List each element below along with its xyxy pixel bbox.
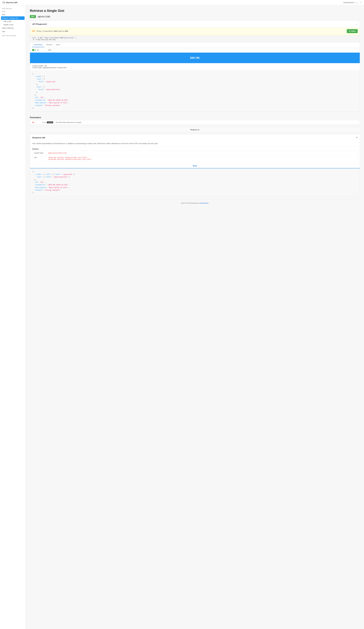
sidebar-item-gists-collection[interactable]: Gists Collection	[0, 26, 26, 30]
method-badge: GET	[30, 15, 36, 18]
json-line: },	[33, 94, 357, 96]
tab-body[interactable]: Body	[54, 42, 62, 47]
chevron-down-icon: ▾	[354, 1, 355, 3]
param-name: id	[32, 121, 42, 123]
send-icon: ➤	[349, 30, 351, 32]
response-headers-info: Content-Length : 246 Content-Type : appl…	[30, 63, 360, 70]
footer-text: Gist Fox API powered by	[181, 202, 200, 204]
header-value-content-type: application/hal+json	[46, 151, 358, 155]
json-line: "id": "42",	[33, 96, 357, 99]
response-header[interactable]: Response 200 ▾	[30, 134, 360, 141]
json-line: "content": "String contents"	[33, 189, 357, 191]
sidebar-section-root: GIST FOX API ROOT	[0, 33, 26, 37]
search-icon[interactable]: ⌕	[357, 1, 358, 4]
param-id-label: id	[37, 49, 47, 51]
app-title: Gist Fox API	[6, 1, 17, 3]
theme-icon[interactable]: ☽	[360, 1, 362, 4]
param-row: id	[30, 47, 360, 53]
content-type-header: Content-Type : application/hal+json; cha…	[32, 67, 358, 69]
headers-inner: Content-Type application/hal+json Link <…	[32, 151, 358, 162]
monitor-icon	[2, 2, 5, 3]
json-line: }	[33, 107, 357, 109]
url-bold: 123	[65, 30, 68, 32]
sidebar-item-retrieve-gist[interactable]: Retrieve a Single Gist	[1, 16, 25, 20]
json-line: "self": {	[33, 78, 357, 80]
parameters-title: Parameters	[30, 114, 360, 120]
json-line: "created_at": "2014-04-14T02:15:15Z",	[33, 99, 357, 101]
json-line: {	[33, 73, 357, 75]
env-label: Development	[343, 1, 353, 3]
top-bar: Gist Fox API Development ▾ ⌕ ☽	[0, 0, 364, 5]
parameters-section: Parameters id string required ID of the …	[30, 114, 360, 125]
param-description: ID of the Gist in the form of a hash.	[56, 121, 358, 123]
json-line: "_links": { "self": { "href": "/gists/42…	[33, 173, 357, 176]
body-tab[interactable]: Body	[30, 163, 360, 168]
playground-response-json: { "_links": { "self": { "href": "/gists/…	[30, 70, 360, 111]
json-line: },	[33, 178, 357, 181]
sidebar-section-gist: GIST	[0, 10, 26, 13]
header-value-link: <http:api.gistfox.com/gists/42>;rel="sel…	[46, 155, 358, 161]
curl-line1: curl -X GET 'http://localhost:8087/gists…	[32, 37, 358, 39]
api-playground-card: API Playground ⌵ GET http://localhost:80…	[30, 21, 360, 112]
response-code: Response 200	[32, 137, 45, 139]
header-name-link: Link	[32, 155, 46, 161]
json-line: "content": "String contents"	[33, 104, 357, 107]
main-content: Retrieve a Single Gist GET /gists/{id} A…	[26, 5, 364, 629]
send-button[interactable]: ➤ Send	[347, 29, 358, 33]
param-toggle[interactable]	[32, 49, 37, 51]
sidebar-item-delete-gist[interactable]: Delete a Gist	[0, 23, 26, 26]
top-bar-left: Gist Fox API	[2, 1, 17, 3]
env-selector[interactable]: Development ▾	[343, 1, 355, 3]
table-row: id string required ID of the Gist in the…	[30, 120, 360, 125]
param-type: string	[42, 122, 46, 123]
sidebar-item-star[interactable]: Star	[0, 30, 26, 33]
json-line: {	[33, 170, 357, 173]
json-line: "_links": {	[33, 75, 357, 78]
status-bar: 200 OK	[30, 53, 360, 63]
header-name-content-type: Content-Type	[32, 151, 46, 155]
json-line: }	[33, 191, 357, 194]
param-id-input[interactable]	[47, 48, 358, 52]
playground-header[interactable]: API Playground ⌵	[30, 21, 360, 27]
send-label: Send	[351, 30, 355, 32]
url-method: GET	[32, 30, 35, 32]
headers-row-content-type: Content-Type application/hal+json	[32, 151, 358, 155]
sidebar-item-gist[interactable]: Gist	[0, 13, 26, 16]
tab-headers[interactable]: Headers	[44, 42, 54, 47]
playground-title: API Playground	[32, 23, 47, 25]
json-line: "href": "/gists/42/star"	[33, 88, 357, 91]
request-label: Request #1	[30, 127, 360, 132]
body-json: { "_links": { "self": { "href": "/gists/…	[30, 168, 360, 196]
sidebar-item-edit-gist[interactable]: Edit a Gist	[0, 20, 26, 23]
status-text: 200 OK	[190, 56, 200, 59]
sidebar-section-gist-fox-api: GIST FOX API	[0, 7, 26, 10]
chevron-down-icon: ⌵	[356, 22, 358, 25]
json-line: "star": { "href": "/gists/42/star" }	[33, 176, 357, 178]
curl-line2: -H 'X-Api-Key:api-dev-key'	[32, 39, 358, 40]
top-bar-right: Development ▾ ⌕ ☽	[343, 1, 362, 4]
tab-parameters[interactable]: Parameters	[32, 42, 44, 47]
json-line: "star": {	[33, 86, 357, 88]
footer: Gist Fox API powered by Snowboard.	[30, 199, 360, 207]
method-path: /gists/{id}	[37, 15, 50, 18]
params-table: id string required ID of the Gist in the…	[30, 120, 360, 125]
url-text: http://localhost:8087/gists/123	[37, 30, 346, 32]
response-headers-table: Headers Content-Type application/hal+jso…	[30, 147, 360, 162]
curl-block: curl -X GET 'http://localhost:8087/gists…	[30, 35, 360, 42]
headers-row-link: Link <http:api.gistfox.com/gists/42>;rel…	[32, 155, 358, 161]
chevron-down-icon: ▾	[356, 136, 358, 139]
json-line: "id": "42",	[33, 181, 357, 183]
page-title: Retrieve a Single Gist	[30, 9, 360, 13]
json-line: "href": "/gists/42"	[33, 80, 357, 83]
url-bar: GET http://localhost:8087/gists/123 ➤ Se…	[30, 27, 360, 35]
headers-table-title: Headers	[30, 147, 360, 151]
json-line: "created_at": "2014-04-14T02:15:15Z",	[33, 183, 357, 186]
footer-link[interactable]: Snowboard.	[200, 202, 209, 204]
json-line: },	[33, 83, 357, 86]
response-section: Response 200 ▾ HAL+JSON representation o…	[30, 134, 360, 196]
toggle-on[interactable]	[32, 49, 36, 51]
json-line: "description": "Description of Gist",	[33, 186, 357, 189]
content-length-header: Content-Length : 246	[32, 65, 358, 67]
method-bar: GET /gists/{id}	[30, 15, 360, 18]
url-base: http://localhost:8087/gists/	[37, 30, 65, 32]
